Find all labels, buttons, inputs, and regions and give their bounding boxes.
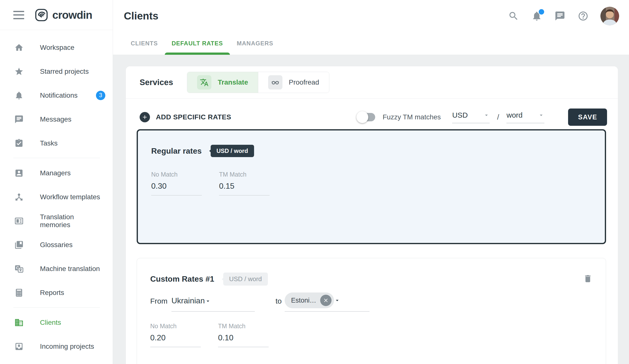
services-row: Services Translate Proofread — [126, 66, 618, 99]
default-rates-card: Services Translate Proofread — [126, 66, 618, 364]
user-avatar[interactable] — [600, 7, 619, 25]
sidebar-item-notifications[interactable]: Notifications 3 — [0, 83, 113, 107]
chevron-down-icon — [334, 297, 340, 304]
sidebar-item-machine-translation[interactable]: G Machine translation — [0, 257, 113, 281]
machine-translation-icon: G — [14, 264, 24, 273]
notifications-bell-icon[interactable] — [531, 10, 543, 22]
sidebar-item-translation-memories[interactable]: Translation memories — [0, 209, 113, 233]
fuzzy-tm-toggle[interactable] — [358, 113, 375, 121]
sidebar-item-label: Messages — [40, 116, 72, 123]
tm-match-input[interactable]: 0.15 — [219, 182, 270, 196]
tab-clients[interactable]: CLIENTS — [124, 32, 165, 55]
sidebar-item-starred-projects[interactable]: Starred projects — [0, 59, 113, 83]
tm-match-field: TM Match 0.15 — [219, 171, 270, 196]
sidebar-item-label: Workspace — [40, 44, 74, 52]
regular-rates-title: Regular rates — [151, 146, 202, 156]
regular-rates-panel[interactable]: Regular rates USD / word No Match 0.30 T… — [137, 129, 606, 244]
workflow-icon — [14, 192, 24, 202]
hamburger-menu-icon[interactable] — [13, 11, 24, 19]
to-language-chip: Estoni… — [285, 292, 334, 308]
to-language-chip-label: Estoni… — [291, 297, 316, 304]
bell-icon — [14, 91, 24, 100]
sidebar-item-glossaries[interactable]: Glossaries — [0, 233, 113, 257]
no-match-input[interactable]: 0.20 — [150, 333, 201, 347]
tm-match-field: TM Match 0.10 — [218, 323, 269, 347]
book-bookmark-icon — [14, 240, 24, 249]
sidebar-item-label: Starred projects — [40, 68, 89, 75]
star-icon — [14, 67, 24, 76]
sidebar-logo-row: crowdin — [0, 0, 113, 30]
building-icon — [14, 318, 24, 327]
sidebar-item-label: Tasks — [40, 139, 58, 147]
sidebar-item-workspace[interactable]: Workspace — [0, 35, 113, 59]
to-label: to — [276, 297, 282, 312]
custom-rates-title: Custom Rates #1 — [150, 274, 214, 284]
tm-card-icon — [14, 216, 24, 226]
custom-rates-fields: No Match 0.20 TM Match 0.10 — [150, 323, 593, 347]
no-match-field: No Match 0.20 — [150, 323, 201, 347]
tab-managers[interactable]: MANAGERS — [230, 32, 280, 55]
home-icon — [14, 43, 24, 52]
services-heading: Services — [140, 78, 173, 87]
delete-rates-button[interactable] — [583, 274, 593, 284]
tab-bar: CLIENTS DEFAULT RATES MANAGERS — [124, 32, 619, 55]
sidebar-divider — [13, 307, 100, 308]
crowdin-logo[interactable]: crowdin — [34, 8, 92, 22]
close-icon — [323, 297, 329, 303]
sidebar-item-reports[interactable]: Reports — [0, 281, 113, 305]
main-area: Clients — [113, 0, 629, 364]
topbar-icons — [508, 7, 619, 25]
sidebar-item-label: Translation memories — [40, 213, 105, 229]
messages-icon[interactable] — [554, 10, 566, 22]
service-type-switcher: Translate Proofread — [187, 72, 329, 93]
crowdin-logo-icon — [34, 8, 48, 22]
no-match-input[interactable]: 0.30 — [151, 182, 202, 196]
inbox-download-icon — [14, 342, 24, 351]
tm-match-label: TM Match — [219, 171, 270, 178]
sidebar-item-label: Managers — [40, 169, 71, 177]
help-icon[interactable] — [577, 10, 589, 22]
to-language-select[interactable]: Estoni… — [285, 292, 369, 312]
translate-service-button[interactable]: Translate — [187, 72, 258, 93]
controls-right-group: Fuzzy TM matches USD / word SAVE — [358, 109, 607, 126]
chevron-down-icon — [205, 298, 211, 305]
custom-rates-card: Custom Rates #1 USD / word From Ukrainia… — [137, 258, 606, 364]
notification-dot — [539, 9, 544, 14]
language-pair-row: From Ukrainian to Estoni… — [150, 292, 593, 312]
sidebar-item-tasks[interactable]: Tasks — [0, 131, 113, 155]
from-language-select[interactable]: Ukrainian — [171, 296, 255, 312]
add-specific-rates-button[interactable]: ADD SPECIFIC RATES — [140, 112, 231, 122]
trash-icon — [583, 274, 593, 283]
topbar: Clients — [113, 0, 629, 55]
add-specific-rates-label: ADD SPECIFIC RATES — [156, 113, 231, 121]
sidebar-item-messages[interactable]: Messages — [0, 107, 113, 131]
sidebar-item-clients[interactable]: Clients — [0, 310, 113, 334]
clipboard-check-icon — [14, 139, 24, 148]
chevron-down-icon — [538, 112, 544, 118]
sidebar-item-workflow-templates[interactable]: Workflow templates — [0, 185, 113, 209]
tab-default-rates[interactable]: DEFAULT RATES — [165, 32, 230, 55]
search-icon[interactable] — [508, 10, 519, 22]
no-match-field: No Match 0.30 — [151, 171, 202, 196]
tm-match-input[interactable]: 0.10 — [218, 333, 269, 347]
from-label: From — [150, 297, 167, 312]
sidebar-item-label: Clients — [40, 319, 61, 327]
sidebar-item-incoming-projects[interactable]: Incoming projects — [0, 334, 113, 358]
notifications-count-badge: 3 — [96, 91, 105, 100]
proofread-service-button[interactable]: Proofread — [258, 72, 329, 93]
currency-select[interactable]: USD — [452, 111, 490, 123]
sidebar: crowdin Workspace Starred projects Notif… — [0, 0, 113, 364]
app-root: crowdin Workspace Starred projects Notif… — [0, 0, 629, 364]
glasses-icon — [268, 75, 283, 90]
remove-language-button[interactable] — [320, 295, 331, 306]
translate-label: Translate — [218, 78, 248, 86]
toggle-knob — [356, 111, 368, 123]
currency-value: USD — [452, 111, 468, 119]
sidebar-item-label: Machine translation — [40, 265, 100, 273]
unit-select[interactable]: word — [506, 111, 544, 123]
page-title: Clients — [124, 10, 158, 22]
sidebar-item-managers[interactable]: Managers — [0, 161, 113, 185]
save-button[interactable]: SAVE — [568, 109, 607, 126]
tm-match-label: TM Match — [218, 323, 269, 330]
content-area: Services Translate Proofread — [113, 55, 629, 364]
